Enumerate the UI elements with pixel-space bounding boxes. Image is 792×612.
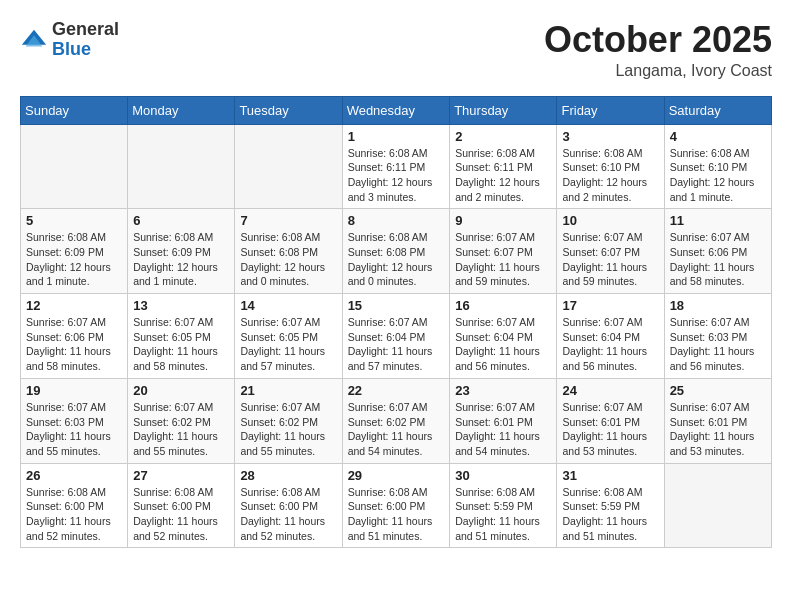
calendar-cell: 6Sunrise: 6:08 AM Sunset: 6:09 PM Daylig… [128,209,235,294]
day-info: Sunrise: 6:07 AM Sunset: 6:07 PM Dayligh… [455,230,551,289]
day-number: 3 [562,129,658,144]
day-number: 26 [26,468,122,483]
day-number: 12 [26,298,122,313]
calendar-cell: 17Sunrise: 6:07 AM Sunset: 6:04 PM Dayli… [557,294,664,379]
calendar-cell: 20Sunrise: 6:07 AM Sunset: 6:02 PM Dayli… [128,378,235,463]
day-info: Sunrise: 6:08 AM Sunset: 6:09 PM Dayligh… [133,230,229,289]
day-number: 19 [26,383,122,398]
calendar-cell: 28Sunrise: 6:08 AM Sunset: 6:00 PM Dayli… [235,463,342,548]
calendar-cell: 27Sunrise: 6:08 AM Sunset: 6:00 PM Dayli… [128,463,235,548]
weekday-header: Saturday [664,96,771,124]
day-number: 2 [455,129,551,144]
day-number: 9 [455,213,551,228]
day-number: 13 [133,298,229,313]
day-number: 14 [240,298,336,313]
day-number: 31 [562,468,658,483]
day-info: Sunrise: 6:07 AM Sunset: 6:03 PM Dayligh… [26,400,122,459]
calendar-cell: 11Sunrise: 6:07 AM Sunset: 6:06 PM Dayli… [664,209,771,294]
day-info: Sunrise: 6:07 AM Sunset: 6:04 PM Dayligh… [455,315,551,374]
day-number: 6 [133,213,229,228]
day-info: Sunrise: 6:08 AM Sunset: 6:00 PM Dayligh… [348,485,445,544]
day-info: Sunrise: 6:07 AM Sunset: 6:07 PM Dayligh… [562,230,658,289]
logo-text: General Blue [52,20,119,60]
day-info: Sunrise: 6:08 AM Sunset: 5:59 PM Dayligh… [562,485,658,544]
weekday-header: Sunday [21,96,128,124]
calendar-cell: 1Sunrise: 6:08 AM Sunset: 6:11 PM Daylig… [342,124,450,209]
day-info: Sunrise: 6:07 AM Sunset: 6:04 PM Dayligh… [562,315,658,374]
logo-general: General [52,19,119,39]
logo-blue: Blue [52,39,91,59]
calendar-cell: 9Sunrise: 6:07 AM Sunset: 6:07 PM Daylig… [450,209,557,294]
calendar-cell: 25Sunrise: 6:07 AM Sunset: 6:01 PM Dayli… [664,378,771,463]
weekday-header: Monday [128,96,235,124]
day-number: 8 [348,213,445,228]
logo-icon [20,26,48,54]
day-number: 18 [670,298,766,313]
calendar-week-row: 1Sunrise: 6:08 AM Sunset: 6:11 PM Daylig… [21,124,772,209]
calendar-cell: 19Sunrise: 6:07 AM Sunset: 6:03 PM Dayli… [21,378,128,463]
weekday-header: Thursday [450,96,557,124]
calendar-cell: 22Sunrise: 6:07 AM Sunset: 6:02 PM Dayli… [342,378,450,463]
day-number: 1 [348,129,445,144]
day-info: Sunrise: 6:07 AM Sunset: 6:06 PM Dayligh… [670,230,766,289]
weekday-header: Tuesday [235,96,342,124]
day-info: Sunrise: 6:07 AM Sunset: 6:01 PM Dayligh… [670,400,766,459]
calendar-cell: 29Sunrise: 6:08 AM Sunset: 6:00 PM Dayli… [342,463,450,548]
day-number: 16 [455,298,551,313]
calendar-cell: 16Sunrise: 6:07 AM Sunset: 6:04 PM Dayli… [450,294,557,379]
day-number: 10 [562,213,658,228]
day-info: Sunrise: 6:07 AM Sunset: 6:06 PM Dayligh… [26,315,122,374]
day-info: Sunrise: 6:07 AM Sunset: 6:05 PM Dayligh… [133,315,229,374]
calendar-week-row: 26Sunrise: 6:08 AM Sunset: 6:00 PM Dayli… [21,463,772,548]
day-number: 5 [26,213,122,228]
calendar-week-row: 12Sunrise: 6:07 AM Sunset: 6:06 PM Dayli… [21,294,772,379]
day-info: Sunrise: 6:07 AM Sunset: 6:01 PM Dayligh… [562,400,658,459]
calendar-cell: 14Sunrise: 6:07 AM Sunset: 6:05 PM Dayli… [235,294,342,379]
day-info: Sunrise: 6:08 AM Sunset: 6:08 PM Dayligh… [240,230,336,289]
calendar-cell: 21Sunrise: 6:07 AM Sunset: 6:02 PM Dayli… [235,378,342,463]
calendar-cell: 13Sunrise: 6:07 AM Sunset: 6:05 PM Dayli… [128,294,235,379]
location-title: Langama, Ivory Coast [544,62,772,80]
day-info: Sunrise: 6:07 AM Sunset: 6:04 PM Dayligh… [348,315,445,374]
day-number: 30 [455,468,551,483]
day-info: Sunrise: 6:08 AM Sunset: 6:00 PM Dayligh… [133,485,229,544]
calendar-cell: 23Sunrise: 6:07 AM Sunset: 6:01 PM Dayli… [450,378,557,463]
day-number: 11 [670,213,766,228]
day-number: 29 [348,468,445,483]
calendar-table: SundayMondayTuesdayWednesdayThursdayFrid… [20,96,772,549]
day-info: Sunrise: 6:08 AM Sunset: 6:00 PM Dayligh… [240,485,336,544]
title-block: October 2025 Langama, Ivory Coast [544,20,772,80]
calendar-week-row: 19Sunrise: 6:07 AM Sunset: 6:03 PM Dayli… [21,378,772,463]
calendar-cell: 31Sunrise: 6:08 AM Sunset: 5:59 PM Dayli… [557,463,664,548]
calendar-cell: 5Sunrise: 6:08 AM Sunset: 6:09 PM Daylig… [21,209,128,294]
month-title: October 2025 [544,20,772,60]
day-number: 24 [562,383,658,398]
weekday-header: Friday [557,96,664,124]
day-number: 23 [455,383,551,398]
calendar-cell: 10Sunrise: 6:07 AM Sunset: 6:07 PM Dayli… [557,209,664,294]
day-info: Sunrise: 6:07 AM Sunset: 6:01 PM Dayligh… [455,400,551,459]
calendar-cell: 15Sunrise: 6:07 AM Sunset: 6:04 PM Dayli… [342,294,450,379]
calendar-cell [664,463,771,548]
day-number: 7 [240,213,336,228]
day-info: Sunrise: 6:08 AM Sunset: 6:11 PM Dayligh… [348,146,445,205]
day-info: Sunrise: 6:07 AM Sunset: 6:02 PM Dayligh… [240,400,336,459]
weekday-header-row: SundayMondayTuesdayWednesdayThursdayFrid… [21,96,772,124]
day-number: 15 [348,298,445,313]
calendar-cell: 7Sunrise: 6:08 AM Sunset: 6:08 PM Daylig… [235,209,342,294]
day-info: Sunrise: 6:08 AM Sunset: 6:09 PM Dayligh… [26,230,122,289]
calendar-cell: 18Sunrise: 6:07 AM Sunset: 6:03 PM Dayli… [664,294,771,379]
day-info: Sunrise: 6:08 AM Sunset: 6:11 PM Dayligh… [455,146,551,205]
day-number: 22 [348,383,445,398]
page-header: General Blue October 2025 Langama, Ivory… [20,20,772,80]
calendar-cell: 26Sunrise: 6:08 AM Sunset: 6:00 PM Dayli… [21,463,128,548]
day-number: 20 [133,383,229,398]
calendar-cell: 30Sunrise: 6:08 AM Sunset: 5:59 PM Dayli… [450,463,557,548]
calendar-cell [235,124,342,209]
calendar-cell: 8Sunrise: 6:08 AM Sunset: 6:08 PM Daylig… [342,209,450,294]
day-info: Sunrise: 6:08 AM Sunset: 6:00 PM Dayligh… [26,485,122,544]
day-info: Sunrise: 6:08 AM Sunset: 6:10 PM Dayligh… [562,146,658,205]
day-info: Sunrise: 6:07 AM Sunset: 6:05 PM Dayligh… [240,315,336,374]
day-info: Sunrise: 6:07 AM Sunset: 6:02 PM Dayligh… [133,400,229,459]
calendar-cell: 4Sunrise: 6:08 AM Sunset: 6:10 PM Daylig… [664,124,771,209]
